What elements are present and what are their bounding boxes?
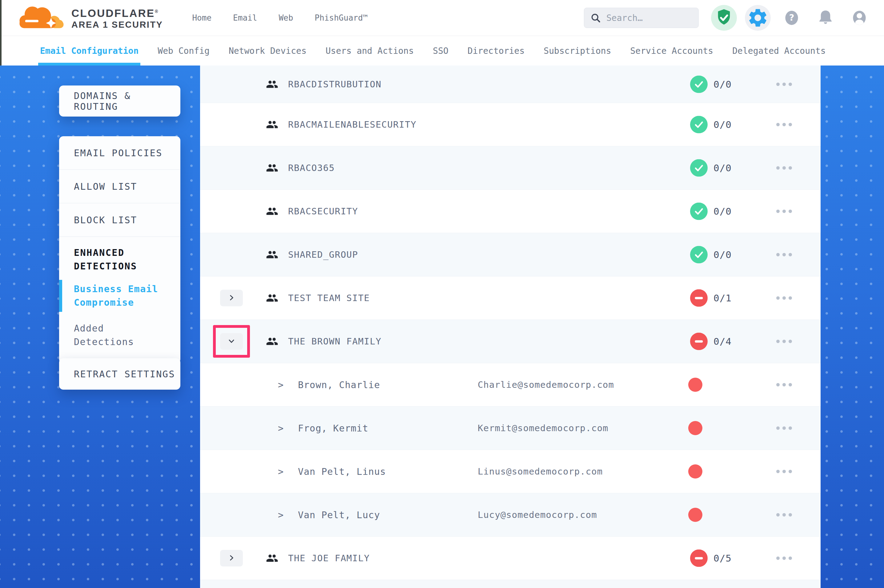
ellipsis-dot — [776, 253, 780, 256]
table-row-rbaco365: RBACO3650/0 — [200, 146, 821, 189]
row-menu-button[interactable] — [773, 120, 795, 129]
chevron-right-icon — [227, 554, 236, 563]
group-name: TEST TEAM SITE — [288, 293, 370, 303]
status-ok-icon — [690, 246, 708, 264]
table-row-van-pelt-lucy: >Van Pelt, LucyLucy@somedemocorp.com — [200, 493, 821, 536]
header-nav-phishguard-[interactable]: PhishGuard™ — [314, 13, 367, 22]
chevron-right-icon[interactable]: > — [278, 380, 284, 390]
chevron-right-icon[interactable]: > — [278, 423, 284, 434]
cloudflare-logo[interactable]: CLOUDFLARE® AREA 1 SECURITY — [16, 3, 163, 33]
ellipsis-dot — [776, 123, 780, 126]
group-icon — [266, 552, 278, 564]
status-ok-icon — [690, 116, 708, 134]
header-icon-buttons: ? — [711, 5, 872, 31]
help-icon[interactable]: ? — [779, 5, 804, 31]
sidebar-item-domains-routing[interactable]: DOMAINS & ROUTING — [59, 90, 180, 112]
shield-check-icon[interactable] — [711, 5, 737, 31]
status-ok-icon — [690, 75, 708, 93]
ellipsis-dot — [789, 556, 792, 560]
tab-directories[interactable]: Directories — [468, 36, 525, 66]
group-name: RBACSECURITY — [288, 206, 358, 216]
subnav: Email ConfigurationWeb ConfigNetwork Dev… — [0, 36, 884, 66]
member-count: 0/5 — [714, 553, 732, 564]
ellipsis-dot — [776, 556, 780, 560]
table-row-test-team-site: TEST TEAM SITE0/1 — [200, 276, 821, 320]
ellipsis-dot — [789, 123, 792, 126]
table-row-frog-kermit: >Frog, KermitKermit@somedemocorp.com — [200, 406, 821, 450]
row-menu-button[interactable] — [773, 554, 795, 563]
row-menu-button[interactable] — [773, 467, 795, 476]
sidebar-item-block-list[interactable]: BLOCK LIST — [59, 203, 180, 237]
ellipsis-dot — [789, 82, 792, 86]
tab-delegated-accounts[interactable]: Delegated Accounts — [732, 36, 825, 66]
sidebar-item-business-email-compromise[interactable]: Business Email Compromise — [59, 280, 180, 312]
page: CLOUDFLARE® AREA 1 SECURITY HomeEmailWeb… — [0, 0, 884, 588]
status-blocked-icon — [690, 549, 708, 567]
ellipsis-dot — [789, 253, 792, 256]
row-menu-button[interactable] — [773, 380, 795, 390]
table-row-shared-group: SHARED_GROUP0/0 — [200, 233, 821, 276]
ellipsis-dot — [782, 123, 786, 126]
ellipsis-dot — [782, 253, 786, 256]
ellipsis-dot — [789, 513, 792, 517]
expand-button-test-team-site[interactable] — [220, 290, 243, 306]
tab-users-and-actions[interactable]: Users and Actions — [326, 36, 414, 66]
table-row-the-brown-family: THE BROWN FAMILY0/4 — [200, 320, 821, 363]
group-icon — [266, 292, 278, 304]
sidebar-item-enhanced-detections: ENHANCED DETECTIONS — [59, 237, 180, 273]
row-menu-button[interactable] — [773, 250, 795, 260]
search-box[interactable] — [584, 8, 699, 28]
member-name: Van Pelt, Lucy — [298, 510, 380, 520]
tab-email-configuration[interactable]: Email Configuration — [40, 36, 138, 66]
tab-network-devices[interactable]: Network Devices — [229, 36, 307, 66]
expand-button-the-joe-family[interactable] — [220, 550, 243, 567]
search-input[interactable] — [606, 13, 692, 23]
tab-sso[interactable]: SSO — [433, 36, 448, 66]
row-menu-button[interactable] — [773, 163, 795, 173]
ellipsis-dot — [776, 166, 780, 170]
row-menu-button[interactable] — [773, 293, 795, 303]
tab-service-accounts[interactable]: Service Accounts — [630, 36, 714, 66]
row-menu-button[interactable] — [773, 337, 795, 346]
row-menu-button[interactable] — [773, 423, 795, 433]
gear-icon[interactable] — [745, 5, 771, 31]
chevron-down-icon — [227, 337, 236, 346]
member-status-dot — [688, 464, 702, 478]
ellipsis-dot — [776, 82, 780, 86]
table-row-rbacsecurity: RBACSECURITY0/0 — [200, 189, 821, 233]
ellipsis-dot — [789, 166, 792, 170]
ellipsis-dot — [776, 470, 780, 473]
chevron-right-icon[interactable]: > — [278, 466, 284, 477]
group-icon — [266, 249, 278, 261]
sidebar-item-retract-settings[interactable]: RETRACT SETTINGS — [59, 369, 175, 380]
bell-icon[interactable] — [813, 5, 839, 31]
sidebar-item-added-detections[interactable]: Added Detections — [59, 319, 180, 353]
ellipsis-dot — [782, 340, 786, 343]
row-menu-button[interactable] — [773, 510, 795, 520]
member-email: Lucy@somedemocorp.com — [478, 510, 597, 520]
table-row-van-pelt-linus: >Van Pelt, LinusLinus@somedemocorp.com — [200, 450, 821, 493]
cloudflare-cloud-icon — [16, 1, 69, 33]
row-menu-button[interactable] — [773, 207, 795, 216]
header-nav-home[interactable]: Home — [192, 13, 212, 22]
sidebar-item-email-policies[interactable]: EMAIL POLICIES — [59, 136, 180, 170]
collapse-button-the-brown-family[interactable] — [220, 333, 243, 350]
row-menu-button[interactable] — [773, 80, 795, 89]
brand-registered-mark: ® — [155, 9, 159, 14]
user-icon[interactable] — [846, 5, 872, 31]
header-nav-web[interactable]: Web — [278, 13, 293, 22]
tab-web-config[interactable]: Web Config — [158, 36, 210, 66]
member-name: Brown, Charlie — [298, 380, 380, 390]
status-ok-icon — [690, 159, 708, 177]
sidebar-card-1: DOMAINS & ROUTING — [59, 86, 180, 117]
tab-subscriptions[interactable]: Subscriptions — [544, 36, 611, 66]
search-icon — [590, 13, 601, 23]
ellipsis-dot — [782, 297, 786, 300]
member-count: 0/0 — [714, 206, 732, 217]
sidebar-item-allow-list[interactable]: ALLOW LIST — [59, 170, 180, 203]
header-nav-email[interactable]: Email — [233, 13, 257, 22]
group-icon — [266, 118, 278, 131]
table-row-partial — [200, 580, 821, 588]
chevron-right-icon — [227, 294, 236, 303]
chevron-right-icon[interactable]: > — [278, 510, 284, 520]
